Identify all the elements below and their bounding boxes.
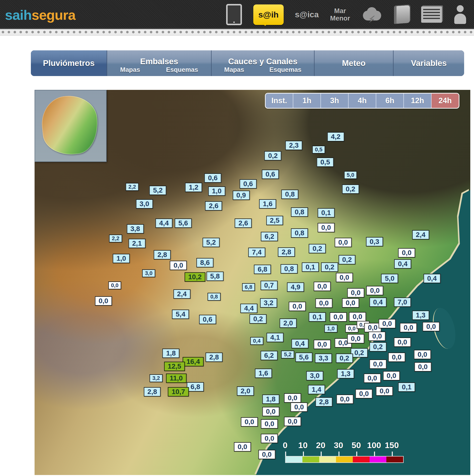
station-label[interactable]: 2,8 xyxy=(206,353,223,362)
station-label[interactable]: 6,8 xyxy=(187,382,204,392)
person-icon[interactable] xyxy=(453,5,467,24)
station-label[interactable]: 2,0 xyxy=(237,386,254,396)
station-label[interactable]: 3,3 xyxy=(315,354,332,363)
station-label[interactable]: 0,6 xyxy=(239,179,257,189)
station-label[interactable]: 2,6 xyxy=(235,218,252,228)
station-label[interactable]: 2,3 xyxy=(285,141,302,150)
station-label[interactable]: 0,8 xyxy=(291,207,308,217)
station-label[interactable]: 5,6 xyxy=(295,353,312,362)
mar-menor-link[interactable]: Mar Menor xyxy=(330,7,350,22)
station-label[interactable]: 6,2 xyxy=(261,232,278,241)
station-label[interactable]: 2,4 xyxy=(173,289,190,299)
station-label[interactable]: 0,0 xyxy=(369,332,386,341)
time-button-12h[interactable]: 12h xyxy=(403,94,431,108)
station-label[interactable]: 0,2 xyxy=(321,262,338,272)
station-label[interactable]: 0,8 xyxy=(280,264,297,274)
station-label[interactable]: 3,0 xyxy=(306,371,323,380)
station-label[interactable]: 8,6 xyxy=(197,258,214,267)
station-label[interactable]: 0,0 xyxy=(378,319,395,328)
station-label[interactable]: 0,0 xyxy=(369,359,386,369)
station-label[interactable]: 1,6 xyxy=(259,199,276,209)
station-label[interactable]: 0,6 xyxy=(199,315,216,324)
station-label[interactable]: 7,0 xyxy=(394,298,411,307)
station-label[interactable]: 3,2 xyxy=(150,374,163,382)
cauces-mapas-link[interactable]: Mapas xyxy=(224,66,244,74)
station-label[interactable]: 5,8 xyxy=(206,272,223,281)
station-label[interactable]: 0,4 xyxy=(394,259,411,269)
station-label[interactable]: 0,8 xyxy=(281,190,298,199)
station-label[interactable]: 0,0 xyxy=(349,312,366,321)
station-label[interactable]: 0,2 xyxy=(342,184,359,194)
station-label[interactable]: 5,2 xyxy=(202,238,219,247)
station-label[interactable]: 6,2 xyxy=(260,351,277,360)
station-label[interactable]: 0,7 xyxy=(260,281,277,290)
station-label[interactable]: 0,0 xyxy=(284,417,301,426)
station-label[interactable]: 1,8 xyxy=(162,349,179,358)
station-label[interactable]: 0,4 xyxy=(423,274,440,283)
book-icon[interactable] xyxy=(394,5,410,24)
tab-cauces-y-canales[interactable]: Cauces y Canales Mapas Esquemas xyxy=(211,50,314,76)
tab-pluviometros[interactable]: Pluviómetros xyxy=(31,50,107,76)
tab-meteo[interactable]: Meteo xyxy=(314,50,393,76)
station-label[interactable]: 0,4 xyxy=(369,298,386,307)
station-label[interactable]: 0,2 xyxy=(309,244,326,253)
station-label[interactable]: 0,0 xyxy=(95,296,112,306)
station-label[interactable]: 1,2 xyxy=(185,183,202,192)
time-button-inst[interactable]: Inst. xyxy=(266,94,293,108)
cauces-esquemas-link[interactable]: Esquemas xyxy=(269,66,301,74)
saica-link[interactable]: s@ica xyxy=(295,10,319,19)
station-label[interactable]: 0,2 xyxy=(336,354,353,363)
station-label[interactable]: 12,5 xyxy=(164,362,185,371)
station-label[interactable]: 0,0 xyxy=(414,362,431,372)
station-label[interactable]: 2,8 xyxy=(144,387,161,397)
station-label[interactable]: 5,0 xyxy=(344,171,357,179)
station-label[interactable]: 3,0 xyxy=(142,269,155,277)
station-label[interactable]: 0,8 xyxy=(291,228,308,238)
station-label[interactable]: 1,3 xyxy=(412,311,429,320)
time-button-6h[interactable]: 6h xyxy=(376,94,403,108)
tab-variables[interactable]: Variables xyxy=(393,50,464,76)
station-label[interactable]: 0,0 xyxy=(241,417,258,427)
station-label[interactable]: 0,1 xyxy=(302,262,319,272)
station-label[interactable]: 2,8 xyxy=(154,250,171,259)
station-label[interactable]: 1,8 xyxy=(262,395,279,404)
time-button-4h[interactable]: 4h xyxy=(348,94,376,108)
station-label[interactable]: 5,2 xyxy=(281,351,294,358)
station-label[interactable]: 4,9 xyxy=(287,282,304,292)
station-label[interactable]: 5,6 xyxy=(175,218,192,228)
station-label[interactable]: 0,0 xyxy=(347,334,364,343)
station-label[interactable]: 7,4 xyxy=(248,248,265,257)
station-label[interactable]: 1,6 xyxy=(255,369,272,378)
tablet-icon[interactable] xyxy=(226,4,242,25)
station-label[interactable]: 0,0 xyxy=(314,340,331,349)
station-label[interactable]: 2,2 xyxy=(126,183,139,191)
station-label[interactable]: 1,0 xyxy=(324,325,337,333)
embalses-esquemas-link[interactable]: Esquemas xyxy=(166,66,198,74)
station-label[interactable]: 0,0 xyxy=(336,395,353,404)
station-label[interactable]: 0,0 xyxy=(262,407,279,416)
station-label[interactable]: 2,0 xyxy=(280,318,297,328)
news-icon[interactable] xyxy=(421,6,442,23)
station-label[interactable]: 0,2 xyxy=(338,255,356,264)
embalses-mapas-link[interactable]: Mapas xyxy=(120,66,140,74)
station-label[interactable]: 0,0 xyxy=(342,298,359,308)
storm-cloud-icon[interactable]: ⚡ xyxy=(361,7,383,22)
station-label[interactable]: 2,5 xyxy=(266,216,283,225)
station-label[interactable]: 0,0 xyxy=(398,248,415,258)
station-label[interactable]: 0,0 xyxy=(400,323,417,332)
station-label[interactable]: 0,0 xyxy=(345,325,358,333)
station-label[interactable]: 0,0 xyxy=(284,393,301,403)
station-label[interactable]: 2,2 xyxy=(109,235,122,242)
station-label[interactable]: 3,2 xyxy=(260,298,277,308)
station-label[interactable]: 0,1 xyxy=(309,312,326,322)
station-label[interactable]: 3,8 xyxy=(127,224,144,234)
station-label[interactable]: 0,0 xyxy=(336,273,353,282)
station-label[interactable]: 2,1 xyxy=(128,239,145,248)
station-label[interactable]: 0,2 xyxy=(264,151,281,160)
station-label[interactable]: 1,4 xyxy=(308,385,325,394)
station-label[interactable]: 0,2 xyxy=(369,342,386,352)
station-label[interactable]: 0,2 xyxy=(351,348,368,357)
station-label[interactable]: 0,6 xyxy=(262,170,279,179)
station-label[interactable]: 0,9 xyxy=(233,191,250,200)
station-label[interactable]: 2,8 xyxy=(315,397,332,407)
